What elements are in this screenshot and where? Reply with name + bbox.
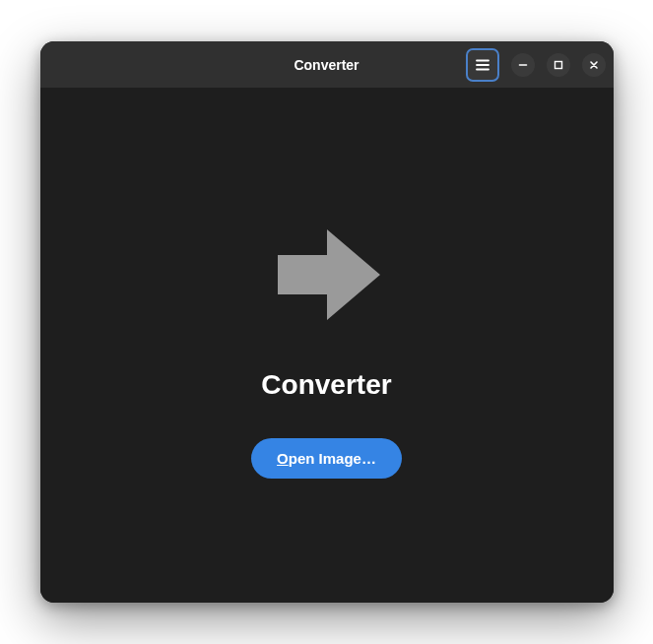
main-content: Converter Open Image…	[40, 88, 614, 603]
titlebar: Converter	[40, 41, 614, 88]
arrow-right-icon	[264, 212, 390, 342]
minimize-icon	[518, 60, 528, 70]
svg-rect-0	[555, 61, 561, 68]
open-button-rest: pen Image…	[289, 450, 376, 467]
menu-button[interactable]	[466, 48, 499, 82]
open-button-mnemonic: O	[277, 450, 289, 467]
hamburger-icon	[475, 57, 490, 73]
app-window: Converter	[40, 41, 614, 603]
close-icon	[589, 60, 599, 70]
minimize-button[interactable]	[511, 53, 535, 77]
titlebar-controls	[466, 48, 606, 82]
maximize-icon	[554, 60, 563, 70]
maximize-button[interactable]	[547, 53, 570, 77]
open-image-button[interactable]: Open Image…	[251, 438, 402, 479]
app-heading: Converter	[261, 369, 391, 401]
close-button[interactable]	[582, 53, 606, 77]
